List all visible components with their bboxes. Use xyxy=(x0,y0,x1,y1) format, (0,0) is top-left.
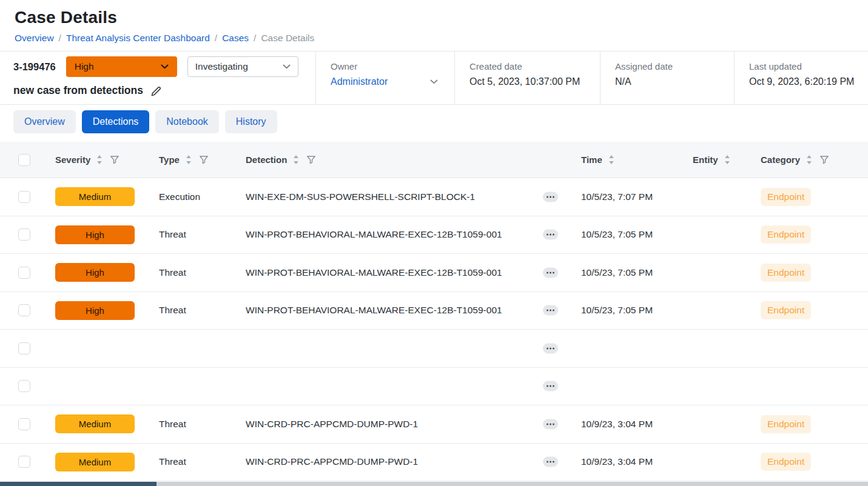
row-checkbox[interactable] xyxy=(18,267,30,279)
sort-icon[interactable] xyxy=(96,155,103,164)
case-severity-select[interactable]: High xyxy=(66,56,177,77)
breadcrumb-link-overview[interactable]: Overview xyxy=(15,33,54,44)
case-info-bar: 3-199476 High Investigating new case fro… xyxy=(0,51,868,105)
ellipsis-icon xyxy=(550,347,551,349)
column-header-entity: Entity xyxy=(693,155,718,165)
category-badge: Endpoint xyxy=(761,188,811,206)
row-menu-button[interactable] xyxy=(543,191,558,202)
pencil-icon xyxy=(150,85,162,96)
time-cell-text: 10/5/23, 7:05 PM xyxy=(581,305,653,316)
edit-case-name-button[interactable] xyxy=(149,84,163,98)
select-all-checkbox[interactable] xyxy=(18,154,30,166)
ellipsis-icon xyxy=(553,423,554,425)
page-title: Case Details xyxy=(15,8,853,27)
row-checkbox[interactable] xyxy=(18,191,30,203)
severity-badge: Medium xyxy=(55,187,135,206)
breadcrumb-link-threat-analysis-center-dashboard[interactable]: Threat Analysis Center Dashboard xyxy=(66,33,210,44)
ellipsis-icon xyxy=(553,196,554,198)
row-checkbox[interactable] xyxy=(18,456,30,468)
detection-name: WIN-EXE-DM-SUS-POWERSHELL-SCRIPT-BLOCK-1 xyxy=(246,191,475,202)
table-header-row: Severity Type xyxy=(0,142,868,178)
ellipsis-icon xyxy=(553,347,554,349)
row-checkbox[interactable] xyxy=(18,418,30,430)
row-menu-button[interactable] xyxy=(543,305,558,316)
severity-badge: High xyxy=(55,225,135,244)
row-checkbox[interactable] xyxy=(18,304,30,316)
time-cell-text: 10/5/23, 7:05 PM xyxy=(581,267,653,278)
case-field-last-updated: Last updated Oct 9, 2023, 6:20:19 PM xyxy=(734,52,868,104)
funnel-icon[interactable] xyxy=(306,155,316,165)
breadcrumb: Overview / Threat Analysis Center Dashbo… xyxy=(15,33,853,51)
sort-icon[interactable] xyxy=(724,155,730,164)
time-cell-text: 10/9/23, 3:04 PM xyxy=(581,456,653,467)
created-date-value: Oct 5, 2023, 10:37:00 PM xyxy=(469,76,600,87)
breadcrumb-link-cases[interactable]: Cases xyxy=(222,33,249,44)
column-header-time: Time xyxy=(581,155,602,165)
sort-icon[interactable] xyxy=(608,155,614,164)
funnel-icon[interactable] xyxy=(819,155,829,165)
ellipsis-icon xyxy=(547,385,548,387)
field-label: Owner xyxy=(331,61,454,72)
tab-overview[interactable]: Overview xyxy=(13,110,76,133)
case-name: new case from detections xyxy=(13,84,143,97)
severity-badge: Medium xyxy=(55,453,135,471)
case-field-owner: Owner Administrator xyxy=(315,52,454,104)
breadcrumb-separator: / xyxy=(215,33,217,44)
sort-icon[interactable] xyxy=(806,155,812,164)
row-menu-button[interactable] xyxy=(543,343,558,353)
severity-badge: High xyxy=(55,301,135,320)
table-row xyxy=(0,368,868,406)
horizontal-scrollbar-thumb[interactable] xyxy=(0,482,156,486)
sort-icon[interactable] xyxy=(293,155,299,164)
funnel-icon[interactable] xyxy=(199,155,209,165)
tab-notebook[interactable]: Notebook xyxy=(155,110,219,133)
ellipsis-icon xyxy=(550,234,551,236)
row-menu-button[interactable] xyxy=(543,419,558,429)
column-header-severity: Severity xyxy=(55,155,90,165)
row-checkbox[interactable] xyxy=(18,380,30,392)
ellipsis-icon xyxy=(547,461,548,463)
tab-detections[interactable]: Detections xyxy=(82,110,150,133)
case-id: 3-199476 xyxy=(13,61,56,73)
ellipsis-icon xyxy=(547,310,548,311)
field-label: Created date xyxy=(469,61,600,72)
page-header: Case Details Overview / Threat Analysis … xyxy=(0,0,868,51)
ellipsis-icon xyxy=(550,461,551,463)
detection-name: WIN-PROT-BEHAVIORAL-MALWARE-EXEC-12B-T10… xyxy=(246,305,502,316)
row-menu-button[interactable] xyxy=(543,457,558,467)
case-field-created-date: Created date Oct 5, 2023, 10:37:00 PM xyxy=(454,52,600,104)
case-status-value: Investigating xyxy=(195,61,248,72)
table-row: High Threat WIN-PROT-BEHAVIORAL-MALWARE-… xyxy=(0,216,868,255)
sort-icon[interactable] xyxy=(186,155,192,164)
row-menu-button[interactable] xyxy=(543,230,558,240)
assigned-date-value: N/A xyxy=(615,76,734,87)
row-checkbox[interactable] xyxy=(18,228,30,241)
column-header-category: Category xyxy=(761,155,800,165)
ellipsis-icon xyxy=(553,461,554,463)
tab-history[interactable]: History xyxy=(225,110,277,133)
owner-select[interactable]: Administrator xyxy=(331,76,454,87)
table-row: Medium Threat WIN-CRD-PRC-APPCMD-DUMP-PW… xyxy=(0,405,868,444)
detection-name: WIN-PROT-BEHAVIORAL-MALWARE-EXEC-12B-T10… xyxy=(246,267,502,278)
ellipsis-icon xyxy=(553,234,554,236)
ellipsis-icon xyxy=(553,271,554,273)
case-severity-value: High xyxy=(75,61,94,72)
ellipsis-icon xyxy=(550,196,551,198)
case-status-select[interactable]: Investigating xyxy=(187,56,298,77)
row-checkbox[interactable] xyxy=(18,342,30,355)
row-menu-button[interactable] xyxy=(543,267,558,278)
category-badge: Endpoint xyxy=(761,415,811,433)
ellipsis-icon xyxy=(547,271,548,273)
funnel-icon[interactable] xyxy=(110,155,119,165)
horizontal-scrollbar[interactable] xyxy=(0,482,868,486)
type-cell-text: Threat xyxy=(159,419,186,430)
ellipsis-icon xyxy=(550,310,551,311)
case-tabs: Overview Detections Notebook History xyxy=(0,105,868,133)
case-details-page: Case Details Overview / Threat Analysis … xyxy=(0,0,868,486)
last-updated-value: Oct 9, 2023, 6:20:19 PM xyxy=(749,76,868,87)
field-label: Last updated xyxy=(749,61,868,72)
field-label: Assigned date xyxy=(615,61,734,72)
row-menu-button[interactable] xyxy=(543,381,558,391)
detection-name: WIN-PROT-BEHAVIORAL-MALWARE-EXEC-12B-T10… xyxy=(246,229,502,240)
detections-table: Severity Type xyxy=(0,142,868,481)
